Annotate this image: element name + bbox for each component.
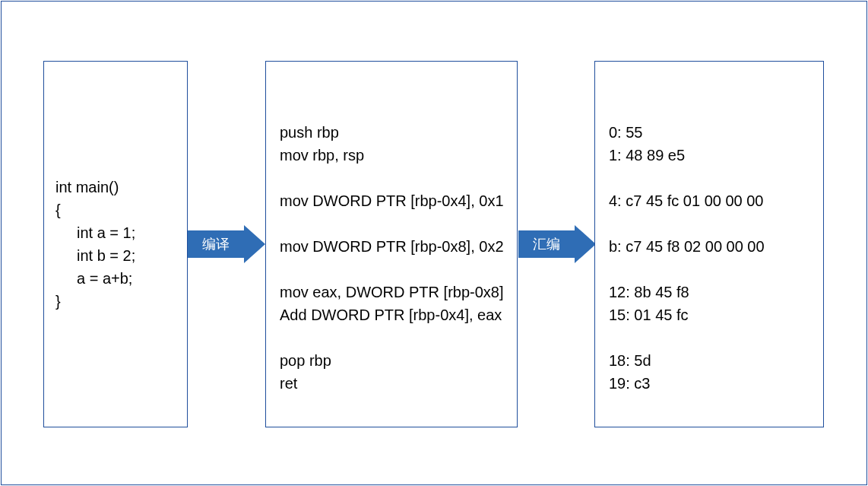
hex-line: 4: c7 45 fc 01 00 00 00: [609, 189, 823, 212]
hex-line: 1: 48 89 e5: [609, 144, 823, 167]
arrow-head-icon: [244, 225, 265, 263]
hex-line: 15: 01 45 fc: [609, 303, 823, 326]
hex-line: b: c7 45 f8 02 00 00 00: [609, 235, 823, 258]
hex-line: 0: 55: [609, 121, 823, 144]
arrow-label: 汇编: [518, 230, 575, 258]
src-line: int b = 2;: [55, 244, 187, 267]
src-line: {: [55, 199, 187, 221]
arrow-head-icon: [575, 225, 596, 263]
src-line: int a = 1;: [55, 221, 187, 244]
asm-line: push rbp: [280, 121, 517, 144]
src-line: int main(): [55, 176, 187, 199]
hex-line: 18: 5d: [609, 349, 823, 372]
diagram-frame: int main() { int a = 1; int b = 2; a = a…: [1, 1, 867, 485]
arrow-label: 编译: [188, 230, 244, 258]
hex-line: 12: 8b 45 f8: [609, 281, 823, 303]
compile-arrow: 编译: [188, 225, 265, 263]
asm-line: mov rbp, rsp: [280, 144, 517, 167]
assembly-panel: push rbp mov rbp, rsp mov DWORD PTR [rbp…: [265, 61, 518, 427]
src-line: a = a+b;: [55, 267, 187, 290]
machine-code-panel: 0: 55 1: 48 89 e5 4: c7 45 fc 01 00 00 0…: [594, 61, 824, 427]
src-line: }: [55, 290, 187, 313]
asm-line: mov DWORD PTR [rbp-0x8], 0x2: [280, 235, 517, 258]
asm-line: pop rbp: [280, 349, 517, 372]
hex-line: 19: c3: [609, 372, 823, 395]
asm-line: ret: [280, 372, 517, 395]
asm-line: mov DWORD PTR [rbp-0x4], 0x1: [280, 189, 517, 212]
asm-line: mov eax, DWORD PTR [rbp-0x8]: [280, 281, 517, 303]
source-code-panel: int main() { int a = 1; int b = 2; a = a…: [43, 61, 188, 427]
assemble-arrow: 汇编: [518, 225, 596, 263]
asm-line: Add DWORD PTR [rbp-0x4], eax: [280, 303, 517, 326]
